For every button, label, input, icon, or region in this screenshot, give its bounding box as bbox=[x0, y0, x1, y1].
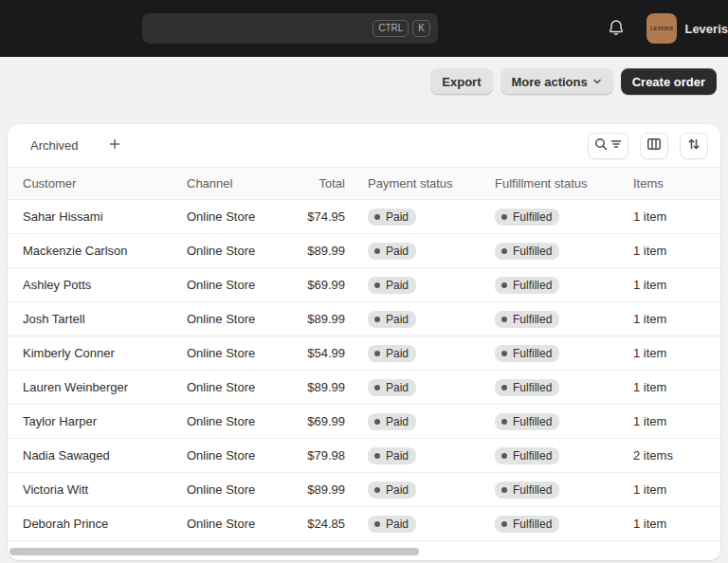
items-cell: 1 item bbox=[618, 507, 720, 541]
column-header-channel[interactable]: Channel bbox=[172, 168, 274, 200]
horizontal-scrollbar-thumb[interactable] bbox=[9, 548, 419, 555]
customer-cell[interactable]: Nadia Sawaged bbox=[8, 439, 172, 473]
payment-status-label: Paid bbox=[386, 245, 409, 257]
payment-status-cell: Paid bbox=[353, 405, 480, 439]
channel-cell: Online Store bbox=[172, 405, 274, 439]
customer-cell[interactable]: Kimberly Conner bbox=[8, 336, 172, 371]
fulfillment-status-badge: Fulfilled bbox=[495, 345, 559, 362]
dot-icon bbox=[374, 351, 380, 356]
dot-icon bbox=[501, 453, 507, 459]
customer-cell[interactable]: Deborah Prince bbox=[8, 507, 172, 541]
payment-status-label: Paid bbox=[386, 450, 409, 462]
fulfillment-status-label: Fulfilled bbox=[513, 416, 552, 427]
create-order-button[interactable]: Create order bbox=[621, 68, 717, 95]
total-cell: $54.99 bbox=[274, 336, 353, 371]
channel-cell: Online Store bbox=[172, 234, 274, 268]
edit-columns-button[interactable] bbox=[640, 133, 668, 159]
channel-cell: Online Store bbox=[172, 268, 274, 302]
dot-icon bbox=[374, 453, 380, 459]
more-actions-button[interactable]: More actions bbox=[500, 68, 613, 95]
add-view-button[interactable] bbox=[103, 135, 126, 157]
items-cell: 1 item bbox=[618, 234, 720, 268]
payment-status-label: Paid bbox=[386, 518, 409, 530]
payment-status-cell: Paid bbox=[353, 302, 480, 336]
payment-status-cell: Paid bbox=[353, 507, 480, 541]
dot-icon bbox=[374, 317, 380, 322]
dot-icon bbox=[501, 385, 507, 390]
payment-status-cell: Paid bbox=[353, 439, 480, 473]
items-cell: 1 item bbox=[618, 302, 720, 336]
table-row[interactable]: Victoria Witt Online Store $89.99 Paid F… bbox=[8, 473, 720, 507]
fulfillment-status-cell: Fulfilled bbox=[480, 507, 618, 541]
payment-status-badge: Paid bbox=[368, 516, 416, 533]
dot-icon bbox=[374, 248, 380, 254]
payment-status-label: Paid bbox=[386, 484, 409, 496]
customer-cell[interactable]: Mackenzie Carlson bbox=[8, 234, 172, 268]
column-header-fulfillment[interactable]: Fulfillment status bbox=[480, 168, 618, 200]
ctrl-key-badge: CTRL bbox=[373, 20, 409, 37]
table-row[interactable]: Kimberly Conner Online Store $54.99 Paid… bbox=[8, 336, 720, 371]
table-row[interactable]: Nadia Sawaged Online Store $79.98 Paid F… bbox=[8, 439, 720, 473]
bell-icon bbox=[607, 18, 626, 40]
customer-cell[interactable]: Lauren Weinberger bbox=[8, 371, 172, 405]
tab-archived[interactable]: Archived bbox=[30, 138, 79, 153]
fulfillment-status-label: Fulfilled bbox=[513, 211, 552, 223]
payment-status-label: Paid bbox=[386, 348, 409, 359]
page-actions-bar: Export More actions Create order bbox=[0, 57, 728, 124]
payment-status-cell: Paid bbox=[353, 336, 480, 371]
total-cell: $69.99 bbox=[274, 405, 353, 439]
items-cell: 1 item bbox=[618, 200, 720, 234]
sort-button[interactable] bbox=[680, 133, 708, 159]
store-menu-button[interactable]: LEVERIS Leveris bbox=[646, 13, 728, 44]
fulfillment-status-badge: Fulfilled bbox=[495, 311, 559, 328]
payment-status-cell: Paid bbox=[353, 371, 480, 405]
table-row[interactable]: Taylor Harper Online Store $69.99 Paid F… bbox=[8, 405, 720, 439]
dot-icon bbox=[374, 214, 380, 220]
table-row[interactable]: Mackenzie Carlson Online Store $89.99 Pa… bbox=[8, 234, 720, 268]
magnifier-icon bbox=[594, 137, 608, 154]
channel-cell: Online Store bbox=[172, 507, 274, 541]
payment-status-label: Paid bbox=[386, 314, 409, 325]
sort-arrows-icon bbox=[686, 136, 701, 154]
payment-status-cell: Paid bbox=[353, 200, 480, 234]
table-row[interactable]: Deborah Prince Online Store $24.85 Paid … bbox=[8, 507, 720, 541]
column-header-customer[interactable]: Customer bbox=[8, 168, 172, 200]
plus-icon bbox=[108, 137, 121, 154]
table-row[interactable]: Sahar Hissami Online Store $74.95 Paid F… bbox=[8, 200, 720, 234]
dot-icon bbox=[501, 282, 507, 288]
customer-cell[interactable]: Victoria Witt bbox=[8, 473, 172, 507]
total-cell: $89.99 bbox=[274, 473, 353, 507]
items-cell: 1 item bbox=[618, 405, 720, 439]
fulfillment-status-label: Fulfilled bbox=[513, 245, 552, 257]
column-header-total[interactable]: Total bbox=[274, 168, 353, 200]
dot-icon bbox=[501, 487, 507, 493]
customer-cell[interactable]: Ashley Potts bbox=[8, 268, 172, 302]
fulfillment-status-label: Fulfilled bbox=[513, 450, 552, 462]
fulfillment-status-cell: Fulfilled bbox=[480, 336, 618, 371]
total-cell: $69.99 bbox=[274, 268, 353, 302]
fulfillment-status-badge: Fulfilled bbox=[495, 447, 559, 464]
total-cell: $24.85 bbox=[274, 507, 353, 541]
payment-status-badge: Paid bbox=[368, 345, 416, 362]
table-row[interactable]: Ashley Potts Online Store $69.99 Paid Fu… bbox=[8, 268, 720, 302]
search-and-filter-button[interactable] bbox=[588, 133, 628, 159]
customer-cell[interactable]: Sahar Hissami bbox=[8, 200, 172, 234]
dot-icon bbox=[374, 282, 380, 288]
table-row[interactable]: Lauren Weinberger Online Store $89.99 Pa… bbox=[8, 371, 720, 405]
dot-icon bbox=[501, 419, 507, 425]
customer-cell[interactable]: Taylor Harper bbox=[8, 405, 172, 439]
dot-icon bbox=[501, 248, 507, 254]
total-cell: $89.99 bbox=[274, 302, 353, 336]
fulfillment-status-badge: Fulfilled bbox=[495, 379, 559, 396]
payment-status-badge: Paid bbox=[368, 379, 416, 396]
total-cell: $74.95 bbox=[274, 200, 353, 234]
column-header-items[interactable]: Items bbox=[618, 168, 720, 200]
customer-cell[interactable]: Josh Tartell bbox=[8, 302, 172, 336]
notifications-button[interactable] bbox=[601, 13, 631, 44]
payment-status-label: Paid bbox=[386, 382, 409, 393]
table-row[interactable]: Josh Tartell Online Store $89.99 Paid Fu… bbox=[8, 302, 720, 336]
fulfillment-status-cell: Fulfilled bbox=[480, 371, 618, 405]
global-search-input[interactable]: CTRL K bbox=[142, 13, 438, 44]
export-button[interactable]: Export bbox=[430, 68, 492, 95]
column-header-payment[interactable]: Payment status bbox=[353, 168, 480, 200]
